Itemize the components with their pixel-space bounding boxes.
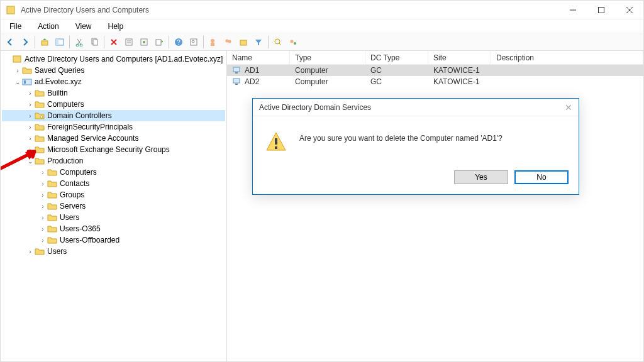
folder-icon <box>22 66 32 75</box>
tree-prod-users-o365[interactable]: ›Users-O365 <box>2 223 225 234</box>
refresh-button[interactable] <box>137 35 151 49</box>
svg-point-18 <box>143 41 145 43</box>
svg-rect-2 <box>598 7 604 13</box>
svg-rect-22 <box>191 39 197 45</box>
tree-prod-groups[interactable]: ›Groups <box>2 189 225 200</box>
tree-prod-users-off[interactable]: ›Users-Offboarded <box>2 234 225 246</box>
col-desc[interactable]: Description <box>491 51 643 64</box>
close-button[interactable] <box>615 1 643 19</box>
svg-rect-11 <box>93 40 97 45</box>
back-button[interactable] <box>3 35 17 49</box>
menu-file[interactable]: File <box>6 21 25 32</box>
up-button[interactable] <box>38 35 52 49</box>
svg-rect-7 <box>56 39 58 45</box>
ou-icon <box>47 179 57 188</box>
svg-rect-44 <box>275 146 277 149</box>
col-type[interactable]: Type <box>290 51 365 64</box>
cell-name: AD1 <box>227 65 290 76</box>
expander-icon[interactable]: › <box>26 135 35 142</box>
tree-prod-contacts[interactable]: ›Contacts <box>2 178 225 189</box>
window-controls <box>558 1 643 19</box>
expander-icon[interactable]: › <box>26 146 35 153</box>
expander-icon[interactable]: ⌄ <box>13 79 22 85</box>
no-button[interactable]: No <box>514 170 569 184</box>
maximize-button[interactable] <box>587 1 615 19</box>
expander-icon[interactable]: › <box>26 124 35 131</box>
tree-domain[interactable]: ⌄ ad.Evotec.xyz <box>2 76 225 87</box>
minimize-button[interactable] <box>558 1 587 19</box>
svg-point-29 <box>275 39 280 44</box>
expander-icon[interactable]: › <box>38 169 47 176</box>
tree-computers[interactable]: › Computers <box>2 99 225 110</box>
expander-icon[interactable]: › <box>26 248 35 255</box>
add-to-group-button[interactable] <box>286 35 300 49</box>
tree-label: Production <box>47 156 83 165</box>
expander-icon[interactable]: › <box>13 67 22 74</box>
yes-button[interactable]: Yes <box>454 170 508 184</box>
expander-icon[interactable]: › <box>38 203 47 210</box>
col-name[interactable]: Name <box>227 51 290 64</box>
tree-label: Groups <box>60 190 84 199</box>
ou-icon <box>35 156 45 165</box>
delete-button[interactable] <box>107 35 121 49</box>
dialog-body: Are you sure you want to delete the Comp… <box>253 116 579 164</box>
svg-rect-38 <box>233 67 240 72</box>
help-button[interactable]: ? <box>172 35 186 49</box>
find-button[interactable] <box>187 35 201 49</box>
menu-help[interactable]: Help <box>104 21 128 32</box>
expander-icon[interactable]: › <box>38 192 47 199</box>
svg-rect-43 <box>275 138 277 145</box>
content-pane: Name Type DC Type Site Description AD1 C… <box>227 51 643 361</box>
expander-icon[interactable]: › <box>26 112 35 119</box>
search-button[interactable] <box>271 35 285 49</box>
computer-icon <box>232 77 242 86</box>
expander-icon[interactable]: › <box>38 237 47 244</box>
copy-button[interactable] <box>87 35 101 49</box>
new-group-button[interactable] <box>221 35 235 49</box>
tree-builtin[interactable]: › Builtin <box>2 87 225 99</box>
properties-button[interactable] <box>122 35 136 49</box>
tree-prod-computers[interactable]: ›Computers <box>2 167 225 178</box>
new-user-button[interactable] <box>206 35 220 49</box>
tree-label: Servers <box>60 202 86 211</box>
expander-icon[interactable]: › <box>38 226 47 233</box>
domain-icon <box>22 77 32 86</box>
tree-label: Saved Queries <box>35 66 84 75</box>
show-hide-tree-button[interactable] <box>53 35 67 49</box>
new-ou-button[interactable] <box>236 35 250 49</box>
expander-icon[interactable]: › <box>38 214 47 221</box>
list-row[interactable]: AD2 Computer GC KATOWICE-1 <box>227 76 643 87</box>
tree-label: Contacts <box>60 179 89 188</box>
list-header: Name Type DC Type Site Description <box>227 51 643 65</box>
cut-button[interactable] <box>72 35 86 49</box>
tree-prod-servers[interactable]: ›Servers <box>2 200 225 212</box>
cell-dctype: GC <box>365 76 428 87</box>
dialog-close-button[interactable]: ✕ <box>565 102 572 112</box>
tree-exchange[interactable]: › Microsoft Exchange Security Groups <box>2 144 225 155</box>
list-row[interactable]: AD1 Computer GC KATOWICE-1 <box>227 65 643 76</box>
filter-button[interactable] <box>252 35 265 49</box>
tree-root[interactable]: Active Directory Users and Computers [AD… <box>2 53 225 65</box>
tree-domain-controllers[interactable]: › Domain Controllers <box>2 110 225 121</box>
tree-production[interactable]: ⌄ Production <box>2 155 225 167</box>
menu-action[interactable]: Action <box>34 21 62 32</box>
export-button[interactable] <box>152 35 166 49</box>
menu-view[interactable]: View <box>72 21 96 32</box>
svg-point-31 <box>291 40 294 43</box>
titlebar: Active Directory Users and Computers <box>1 1 643 19</box>
tree-users[interactable]: › Users <box>2 246 225 257</box>
forward-button[interactable] <box>18 35 32 49</box>
tree-fsp[interactable]: › ForeignSecurityPrincipals <box>2 121 225 133</box>
tree-pane[interactable]: Active Directory Users and Computers [AD… <box>1 51 227 361</box>
expander-icon[interactable]: ⌄ <box>26 158 35 165</box>
ou-icon <box>47 224 57 233</box>
tree-prod-users[interactable]: ›Users <box>2 212 225 223</box>
svg-rect-39 <box>235 72 238 74</box>
col-dctype[interactable]: DC Type <box>365 51 428 64</box>
tree-saved-queries[interactable]: › Saved Queries <box>2 65 225 76</box>
expander-icon[interactable]: › <box>26 90 35 97</box>
expander-icon[interactable]: › <box>26 101 35 108</box>
expander-icon[interactable]: › <box>38 180 47 187</box>
col-site[interactable]: Site <box>428 51 491 64</box>
tree-msa[interactable]: › Managed Service Accounts <box>2 133 225 144</box>
